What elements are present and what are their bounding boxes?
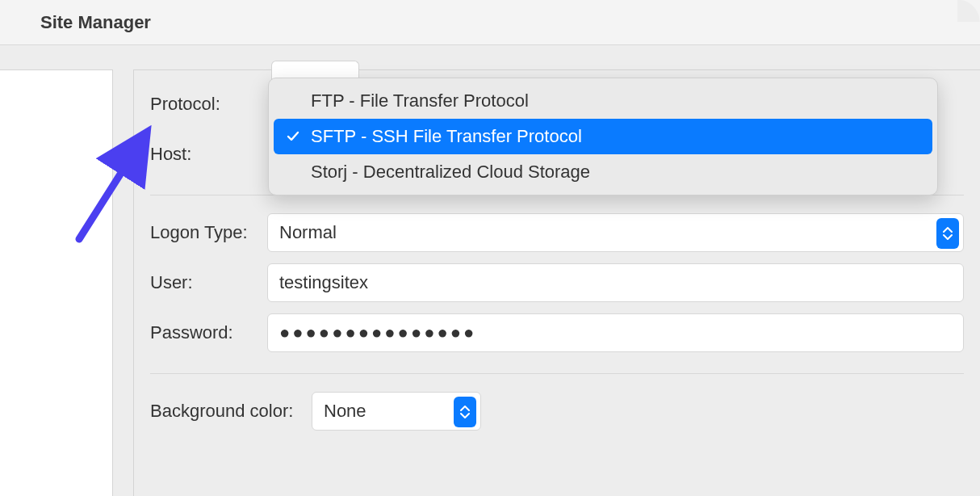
site-manager-window: Site Manager General Protocol: [0, 0, 980, 496]
user-input[interactable] [267, 263, 964, 302]
password-input[interactable] [267, 313, 964, 352]
protocol-label: Protocol: [150, 94, 267, 115]
row-background-color: Background color: None [150, 392, 964, 431]
logon-type-select[interactable]: Normal [267, 213, 964, 252]
protocol-option-storj[interactable]: Storj - Decentralized Cloud Storage [274, 154, 932, 190]
row-user: User: [150, 263, 964, 302]
check-icon [285, 164, 301, 180]
background-color-select[interactable]: None [312, 392, 481, 431]
protocol-dropdown[interactable]: FTP - File Transfer Protocol SFTP - SSH … [268, 78, 938, 195]
window-corner [957, 0, 980, 22]
window-title: Site Manager [40, 12, 151, 33]
protocol-option-sftp[interactable]: SFTP - SSH File Transfer Protocol [274, 119, 932, 154]
stepper-icon [936, 218, 959, 249]
background-color-value: None [324, 401, 366, 422]
background-color-label: Background color: [150, 401, 312, 422]
password-label: Password: [150, 322, 267, 343]
user-label: User: [150, 272, 267, 293]
protocol-option-ftp[interactable]: FTP - File Transfer Protocol [274, 83, 932, 119]
titlebar: Site Manager [0, 0, 980, 45]
section-divider-2 [150, 373, 964, 374]
logon-type-label: Logon Type: [150, 222, 267, 243]
content-area: General Protocol: Host: [0, 45, 980, 496]
host-label: Host: [150, 144, 267, 165]
stepper-icon [454, 397, 476, 427]
protocol-option-label: Storj - Decentralized Cloud Storage [311, 162, 590, 183]
check-icon [285, 128, 301, 145]
protocol-option-label: SFTP - SSH File Transfer Protocol [311, 126, 582, 147]
protocol-option-label: FTP - File Transfer Protocol [311, 90, 529, 111]
check-icon [285, 93, 301, 109]
sites-sidebar[interactable] [0, 69, 113, 496]
row-logon-type: Logon Type: Normal [150, 213, 964, 252]
logon-type-value: Normal [279, 222, 337, 243]
row-password: Password: [150, 313, 964, 352]
